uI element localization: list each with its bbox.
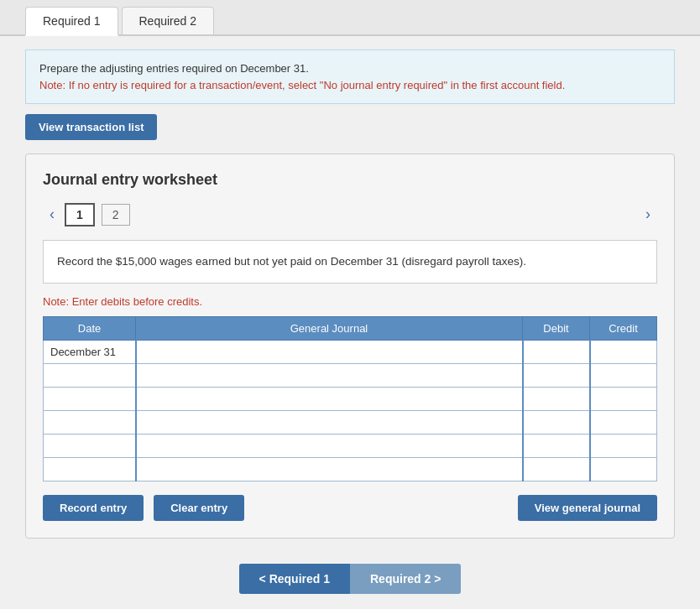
note-debits: Note: Enter debits before credits. xyxy=(43,295,657,308)
journal-input-1[interactable] xyxy=(137,364,522,387)
credit-cell-5[interactable] xyxy=(590,457,657,481)
worksheet-title: Journal entry worksheet xyxy=(43,171,657,189)
journal-input-3[interactable] xyxy=(137,411,522,434)
top-tabs: Required 1 Required 2 xyxy=(0,0,700,36)
info-note-text: Note: If no entry is required for a tran… xyxy=(39,77,661,94)
nav-prev-arrow[interactable]: ‹ xyxy=(43,202,61,226)
journal-cell-4[interactable] xyxy=(136,434,523,457)
debit-cell-0[interactable] xyxy=(523,340,590,363)
date-cell-2 xyxy=(44,387,136,410)
debit-input-4[interactable] xyxy=(524,435,589,457)
info-main-text: Prepare the adjusting entries required o… xyxy=(39,60,661,77)
debit-cell-2[interactable] xyxy=(523,387,590,410)
debit-input-5[interactable] xyxy=(524,458,589,481)
debit-cell-4[interactable] xyxy=(523,434,590,457)
journal-input-2[interactable] xyxy=(137,388,522,410)
worksheet-container: Journal entry worksheet ‹ 1 2 › Record t… xyxy=(25,154,675,539)
tab-required-2[interactable]: Required 2 xyxy=(122,7,215,34)
journal-input-0[interactable] xyxy=(137,341,522,363)
button-row: Record entry Clear entry View general jo… xyxy=(43,495,657,521)
credit-input-2[interactable] xyxy=(591,388,657,410)
credit-cell-0[interactable] xyxy=(590,340,657,363)
credit-input-3[interactable] xyxy=(591,411,657,434)
table-row xyxy=(44,387,657,410)
tab-required-1[interactable]: Required 1 xyxy=(25,7,118,36)
nav-next-arrow[interactable]: › xyxy=(639,202,657,226)
col-header-date: Date xyxy=(44,316,136,340)
journal-cell-0[interactable] xyxy=(136,340,523,363)
info-box: Prepare the adjusting entries required o… xyxy=(25,49,675,104)
table-row: December 31 xyxy=(44,340,657,363)
debit-input-0[interactable] xyxy=(524,341,589,363)
date-cell-1 xyxy=(44,363,136,387)
debit-cell-3[interactable] xyxy=(523,410,590,434)
bottom-nav-required1-button[interactable]: < Required 1 xyxy=(239,564,350,594)
date-cell-3 xyxy=(44,410,136,434)
date-cell-0: December 31 xyxy=(44,340,136,363)
date-cell-4 xyxy=(44,434,136,457)
credit-input-5[interactable] xyxy=(591,458,657,481)
col-header-journal: General Journal xyxy=(136,316,523,340)
col-header-debit: Debit xyxy=(523,316,590,340)
debit-input-1[interactable] xyxy=(524,364,589,387)
instruction-box: Record the $15,000 wages earned but not … xyxy=(43,240,657,284)
date-cell-5 xyxy=(44,457,136,481)
journal-input-5[interactable] xyxy=(137,458,522,481)
journal-cell-2[interactable] xyxy=(136,387,523,410)
journal-table: Date General Journal Debit Credit Decemb… xyxy=(43,316,657,481)
table-row xyxy=(44,434,657,457)
bottom-nav-required2-button[interactable]: Required 2 > xyxy=(350,564,461,594)
debit-input-2[interactable] xyxy=(524,388,589,410)
credit-cell-2[interactable] xyxy=(590,387,657,410)
credit-input-4[interactable] xyxy=(591,435,657,457)
debit-input-3[interactable] xyxy=(524,411,589,434)
debit-cell-1[interactable] xyxy=(523,363,590,387)
credit-cell-1[interactable] xyxy=(590,363,657,387)
journal-input-4[interactable] xyxy=(137,435,522,457)
credit-cell-4[interactable] xyxy=(590,434,657,457)
nav-row: ‹ 1 2 › xyxy=(43,202,657,226)
journal-cell-5[interactable] xyxy=(136,457,523,481)
credit-cell-3[interactable] xyxy=(590,410,657,434)
table-row xyxy=(44,410,657,434)
credit-input-1[interactable] xyxy=(591,364,657,387)
bottom-nav: < Required 1 Required 2 > xyxy=(0,564,700,594)
view-transaction-button[interactable]: View transaction list xyxy=(25,114,157,140)
clear-entry-button[interactable]: Clear entry xyxy=(154,495,244,521)
debit-cell-5[interactable] xyxy=(523,457,590,481)
record-entry-button[interactable]: Record entry xyxy=(43,495,144,521)
col-header-credit: Credit xyxy=(590,316,657,340)
nav-page-2[interactable]: 2 xyxy=(102,204,130,226)
table-row xyxy=(44,457,657,481)
credit-input-0[interactable] xyxy=(591,341,657,363)
view-transaction-area: View transaction list xyxy=(25,114,675,140)
view-general-journal-button[interactable]: View general journal xyxy=(518,495,657,521)
journal-cell-1[interactable] xyxy=(136,363,523,387)
journal-cell-3[interactable] xyxy=(136,410,523,434)
nav-page-1[interactable]: 1 xyxy=(65,203,95,226)
table-row xyxy=(44,363,657,387)
